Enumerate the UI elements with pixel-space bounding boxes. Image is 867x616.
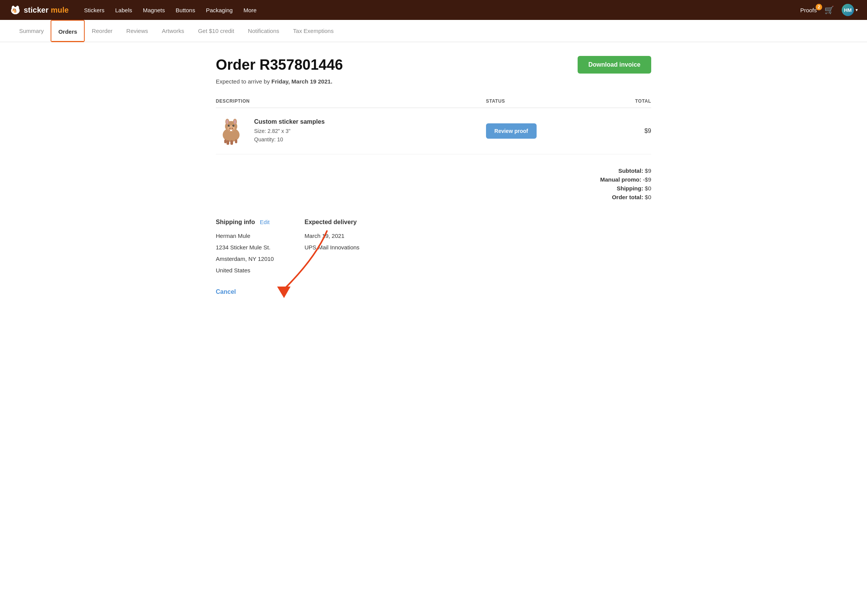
tab-credit[interactable]: Get $10 credit <box>191 20 241 42</box>
svg-rect-17 <box>230 130 232 131</box>
nav-links: Stickers Labels Magnets Buttons Packagin… <box>84 7 789 13</box>
logo-text-sticker: sticker <box>24 6 49 15</box>
svg-point-14 <box>233 125 234 126</box>
product-thumbnail <box>216 116 246 146</box>
proofs-count: 2 <box>816 4 822 10</box>
shipping-name: Herman Mule <box>216 230 274 242</box>
subtotal-value: $9 <box>645 167 651 174</box>
cancel-area: Cancel <box>216 288 274 295</box>
delivery-section: Expected delivery March 19, 2021 UPS Mai… <box>304 219 359 295</box>
tab-reorder[interactable]: Reorder <box>85 20 119 42</box>
totals-section: Subtotal: $9 Manual promo: -$9 Shipping:… <box>216 164 651 200</box>
product-info: Custom sticker samples Size: 2.82" x 3" … <box>254 118 325 144</box>
promo-value: -$9 <box>643 176 651 183</box>
order-total-row: Order total: $0 <box>216 194 651 200</box>
shipping-section: Shipping info Edit Herman Mule 1234 Stic… <box>216 219 274 295</box>
delivery-date: March 19, 2021 <box>304 230 359 242</box>
expected-delivery-title: Expected delivery <box>304 219 359 226</box>
nav-more[interactable]: More <box>243 7 256 13</box>
review-proof-button[interactable]: Review proof <box>486 123 537 139</box>
promo-row: Manual promo: -$9 <box>216 176 651 183</box>
svg-text:🐴: 🐴 <box>11 8 17 13</box>
svg-rect-21 <box>235 139 237 143</box>
svg-rect-18 <box>227 140 229 145</box>
order-total-value: $0 <box>645 194 651 200</box>
chevron-down-icon: ▾ <box>856 7 858 13</box>
svg-point-15 <box>229 128 231 129</box>
nav-buttons[interactable]: Buttons <box>176 7 195 13</box>
shipping-row: Shipping: $0 <box>216 185 651 192</box>
delivery-carrier: UPS Mail Innovations <box>304 242 359 253</box>
svg-rect-20 <box>224 139 227 143</box>
svg-point-9 <box>234 120 236 124</box>
col-status: STATUS <box>486 98 611 108</box>
address-block: Herman Mule 1234 Sticker Mule St. Amster… <box>216 230 274 276</box>
bottom-info: Shipping info Edit Herman Mule 1234 Stic… <box>216 219 651 295</box>
svg-point-8 <box>226 120 228 124</box>
top-navigation: 🐴 stickermule Stickers Labels Magnets Bu… <box>0 0 867 20</box>
subtotal-row: Subtotal: $9 <box>216 167 651 174</box>
logo[interactable]: 🐴 stickermule <box>9 5 69 15</box>
tab-artworks[interactable]: Artworks <box>155 20 191 42</box>
svg-point-12 <box>233 125 235 127</box>
tab-notifications[interactable]: Notifications <box>241 20 286 42</box>
shipping-city: Amsterdam, NY 12010 <box>216 253 274 265</box>
product-detail-size: Size: 2.82" x 3" <box>254 127 325 135</box>
product-image <box>216 116 246 146</box>
status-cell: Review proof <box>486 108 611 154</box>
avatar-wrapper[interactable]: HM ▾ <box>842 4 858 16</box>
product-cell: Custom sticker samples Size: 2.82" x 3" … <box>216 108 486 154</box>
tab-summary[interactable]: Summary <box>12 20 51 42</box>
svg-point-16 <box>232 128 233 129</box>
col-description: DESCRIPTION <box>216 98 486 108</box>
delivery-details: March 19, 2021 UPS Mail Innovations <box>304 230 359 253</box>
svg-point-13 <box>229 125 230 126</box>
avatar: HM <box>842 4 854 16</box>
proofs-badge[interactable]: Proofs2 <box>800 7 817 13</box>
price-cell: $9 <box>611 108 651 154</box>
cart-icon[interactable]: 🛒 <box>824 5 834 15</box>
logo-icon: 🐴 <box>9 5 21 15</box>
svg-marker-22 <box>277 287 291 298</box>
cancel-link[interactable]: Cancel <box>216 288 236 295</box>
nav-right: Proofs2 🛒 HM ▾ <box>800 4 858 16</box>
order-title: Order R357801446 <box>216 57 343 73</box>
tab-tax[interactable]: Tax Exemptions <box>286 20 341 42</box>
shipping-street: 1234 Sticker Mule St. <box>216 242 274 253</box>
col-total: TOTAL <box>611 98 651 108</box>
shipping-country: United States <box>216 265 274 276</box>
tab-orders[interactable]: Orders <box>51 20 85 42</box>
logo-text-mule: mule <box>51 6 69 15</box>
nav-magnets[interactable]: Magnets <box>143 7 165 13</box>
edit-shipping-link[interactable]: Edit <box>260 219 270 225</box>
download-invoice-button[interactable]: Download invoice <box>578 56 651 74</box>
order-table: DESCRIPTION STATUS TOTAL <box>216 98 651 154</box>
table-row: Custom sticker samples Size: 2.82" x 3" … <box>216 108 651 154</box>
shipping-title: Shipping info Edit <box>216 219 274 226</box>
tab-reviews[interactable]: Reviews <box>120 20 155 42</box>
tabs-bar: Summary Orders Reorder Reviews Artworks … <box>0 20 867 42</box>
delivery-info: Expected to arrive by Friday, March 19 2… <box>216 78 651 85</box>
main-content: Order R357801446 Download invoice Expect… <box>204 42 663 318</box>
nav-labels[interactable]: Labels <box>115 7 132 13</box>
order-header: Order R357801446 Download invoice <box>216 56 651 74</box>
nav-packaging[interactable]: Packaging <box>206 7 233 13</box>
nav-stickers[interactable]: Stickers <box>84 7 104 13</box>
svg-rect-19 <box>230 140 233 145</box>
product-detail-qty: Quantity: 10 <box>254 135 325 144</box>
product-name: Custom sticker samples <box>254 118 325 125</box>
svg-point-11 <box>228 125 230 127</box>
shipping-value: $0 <box>645 185 651 192</box>
